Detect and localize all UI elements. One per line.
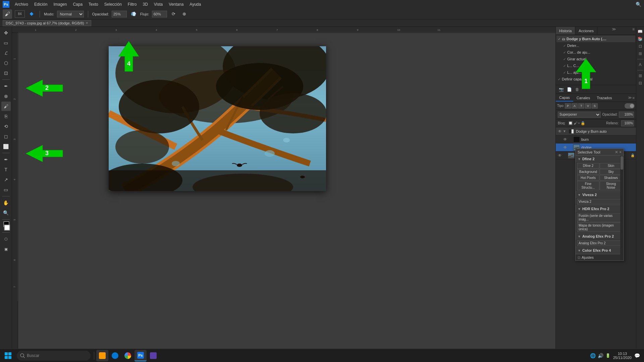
menu-imagen[interactable]: Imagen xyxy=(51,1,69,7)
layer-vis-toggle[interactable]: 👁 xyxy=(557,129,562,134)
menu-ventana[interactable]: Ventana xyxy=(166,1,186,7)
menu-filtro[interactable]: Filtro xyxy=(125,1,140,7)
font-icon[interactable]: A xyxy=(637,61,644,68)
quick-mask-icon[interactable]: ⬡ xyxy=(1,234,11,244)
selective-scrollbar-thumb[interactable] xyxy=(621,156,623,170)
panel-options-icon[interactable]: ≫ xyxy=(610,27,618,35)
menu-vista[interactable]: Vista xyxy=(151,1,165,7)
fill-input[interactable] xyxy=(621,120,634,126)
zoom-tool[interactable]: 🔍 xyxy=(1,208,11,218)
filter-px-btn[interactable]: P xyxy=(565,103,571,109)
menu-seleccion[interactable]: Selección xyxy=(102,1,124,7)
sky-item[interactable]: Sky xyxy=(600,169,622,175)
taskbar-app-edge[interactable] xyxy=(109,350,121,361)
taskbar-app-explorer[interactable] xyxy=(96,350,108,361)
props-icon[interactable]: ⊡ xyxy=(637,43,644,50)
tab-historia[interactable]: Historia xyxy=(556,27,575,35)
lock-image[interactable]: 🖌 xyxy=(574,121,577,125)
taskbar-search[interactable]: Buscar xyxy=(17,351,91,361)
fusion-item[interactable]: Fusión (serie de varias imág... xyxy=(577,213,622,222)
toggle-icon[interactable]: ⊕ xyxy=(180,10,189,18)
mode-select[interactable]: Normal Multiplicar Aclarar xyxy=(57,11,84,17)
dfine2-item[interactable]: Dfine 2 xyxy=(577,163,599,169)
lock-transparent[interactable]: 🔲 xyxy=(568,121,573,125)
historia-item-group[interactable]: ✓ 🗂 Dodge y Burn Auto (.... xyxy=(556,36,635,42)
capas-menu-icon[interactable]: ≡ xyxy=(633,96,635,100)
layer-group-dodge-burn[interactable]: 👁 ▼ Dodge y Burn auto xyxy=(556,127,636,135)
clone-tool[interactable]: ⎘ xyxy=(1,112,11,121)
selective-ajustes-label[interactable]: Ajustes xyxy=(582,255,594,259)
historia-item-1[interactable]: ✓ Cor... de aju... xyxy=(556,49,635,56)
lock-position[interactable]: + xyxy=(578,121,580,125)
flow-input[interactable] xyxy=(152,11,167,17)
tab-trazados[interactable]: Trazados xyxy=(593,94,615,102)
fine-struct-item[interactable]: Fine Structu... xyxy=(577,181,599,190)
libs-icon[interactable]: 📚 xyxy=(637,36,644,42)
screen-mode-icon[interactable]: ▣ xyxy=(1,244,11,254)
filter-sm-btn[interactable]: S xyxy=(592,103,598,109)
layer-expand-toggle[interactable]: ▼ xyxy=(562,129,567,133)
volume-icon[interactable]: 🔊 xyxy=(598,353,603,358)
viveza2-item[interactable]: Viveza 2 xyxy=(577,199,622,204)
opacity-input[interactable] xyxy=(619,112,634,118)
marquee-tool[interactable]: ▭ xyxy=(1,38,11,48)
mapa-tonos-item[interactable]: Mapa de tonos (imagen única) xyxy=(577,223,622,232)
learn-icon[interactable]: 📖 xyxy=(637,28,644,35)
tool-icon[interactable]: 🖌 xyxy=(3,9,12,19)
quick-select-tool[interactable]: ⬡ xyxy=(1,58,11,68)
layer-vis-fondo[interactable]: 👁 xyxy=(557,153,562,158)
blending-mode-select[interactable]: Superponer Normal Multiplicar xyxy=(558,112,601,118)
path-tool[interactable]: ↗ xyxy=(1,175,11,184)
selective-close-btn[interactable]: ✕ × xyxy=(615,150,622,155)
cc-icon[interactable]: ⊞ xyxy=(637,50,644,57)
gradient-tool[interactable]: ⬜ xyxy=(1,142,11,151)
menu-ayuda[interactable]: Ayuda xyxy=(187,1,204,7)
crop-tool[interactable]: ⊡ xyxy=(1,68,11,78)
filter-txt-btn[interactable]: T xyxy=(578,103,584,109)
eyedropper-tool[interactable]: ✒ xyxy=(1,81,11,91)
search-icon[interactable]: 🔍 xyxy=(636,2,641,7)
background-color[interactable] xyxy=(4,225,10,231)
text-tool[interactable]: T xyxy=(1,165,11,174)
hand-tool[interactable]: ✋ xyxy=(1,198,11,207)
brush-preset[interactable]: 🔷 xyxy=(28,10,36,18)
lock-all[interactable]: 🔒 xyxy=(581,121,585,125)
network-icon[interactable]: 🌐 xyxy=(590,353,596,358)
tab-canales[interactable]: Canales xyxy=(573,94,593,102)
layer-vis-burn[interactable]: 👁 xyxy=(562,137,568,142)
move-tool[interactable]: ✥ xyxy=(1,28,11,38)
brush-tool[interactable]: 🖌 xyxy=(1,102,11,111)
filter-adj-btn[interactable]: A xyxy=(572,103,578,109)
notification-icon[interactable]: 💬 xyxy=(634,353,640,358)
historia-new-snapshot[interactable]: 📷 xyxy=(558,86,565,93)
tab-capas[interactable]: Capas xyxy=(556,94,573,102)
tab-acciones[interactable]: Acciones xyxy=(575,27,597,35)
filter-shp-btn[interactable]: V xyxy=(585,103,591,109)
color-efex-header[interactable]: ▼ Color Efex Pro 4 xyxy=(576,247,624,254)
menu-texto[interactable]: Texto xyxy=(86,1,101,7)
viveza2-header[interactable]: ▼ Viveza 2 xyxy=(576,191,624,198)
analog-efex-item[interactable]: Analog Efex Pro 2 xyxy=(577,240,622,246)
battery-icon[interactable]: 🔋 xyxy=(605,353,610,358)
panel-close-icon[interactable]: ≡ xyxy=(631,27,636,35)
hot-pixels-item[interactable]: Hot Pixels xyxy=(577,175,599,181)
menu-3d[interactable]: 3D xyxy=(140,1,150,7)
eraser-tool[interactable]: ◻ xyxy=(1,132,11,141)
taskbar-app-ps[interactable]: Ps xyxy=(135,350,147,361)
historia-new-doc[interactable]: 📄 xyxy=(566,86,573,93)
start-button[interactable] xyxy=(1,350,15,361)
hdr-efex-header[interactable]: ▼ HDR Efex Pro 2 xyxy=(576,205,624,212)
analog-efex-header[interactable]: ▼ Analog Efex Pro 2 xyxy=(576,233,624,240)
spot-heal-tool[interactable]: ⊗ xyxy=(1,92,11,101)
taskbar-clock[interactable]: 10:13 25/11/2020 xyxy=(613,352,632,360)
flow-icon[interactable]: ⟳ xyxy=(170,10,178,18)
selective-titlebar[interactable]: Selective Tool ✕ × xyxy=(576,149,624,156)
shadows-item[interactable]: Shadows xyxy=(600,175,622,181)
dfine2-header[interactable]: ▼ Dfine 2 xyxy=(576,156,624,162)
strong-noise-item[interactable]: Strong Noise xyxy=(600,181,622,190)
opacity-input[interactable] xyxy=(112,11,127,17)
document-tab[interactable]: DSC_9743 - copia.jpg al 67,7% (dodge, RG… xyxy=(3,20,91,26)
menu-edicion[interactable]: Edición xyxy=(32,1,50,7)
capas-options-icon[interactable]: ≫ xyxy=(628,96,632,100)
collapse-icon[interactable]: ⊟ xyxy=(637,80,644,86)
